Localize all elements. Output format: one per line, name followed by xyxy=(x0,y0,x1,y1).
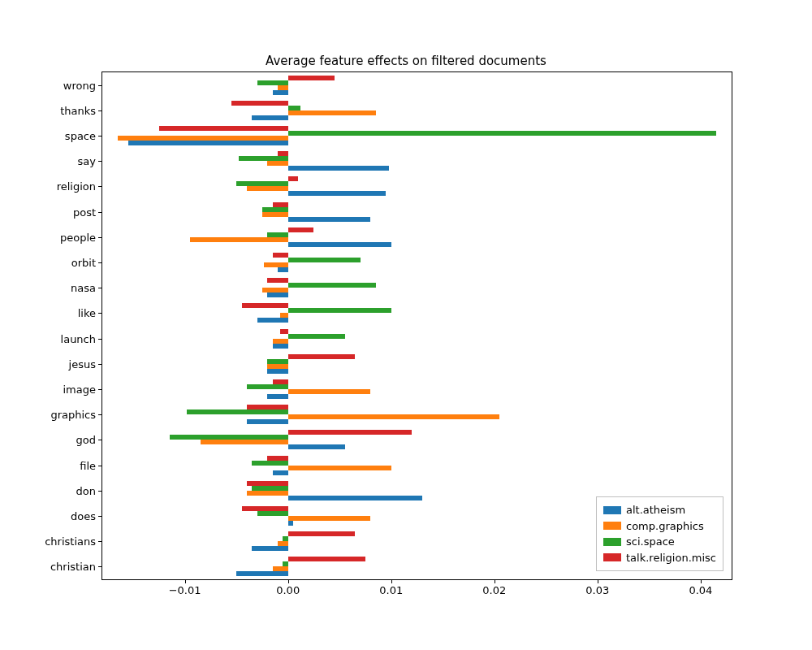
bar xyxy=(170,435,288,440)
bar xyxy=(257,511,288,516)
bar xyxy=(288,217,371,222)
bar xyxy=(262,288,288,292)
ytick-mark xyxy=(98,440,102,440)
bar xyxy=(267,278,287,283)
bar xyxy=(288,283,376,288)
ytick-label: thanks xyxy=(60,104,102,116)
bar xyxy=(273,566,288,571)
xtick-label: 0.02 xyxy=(482,579,506,596)
ytick-mark xyxy=(98,186,102,187)
bar xyxy=(288,110,376,115)
ytick-mark xyxy=(98,313,102,314)
bar xyxy=(267,456,287,461)
bar xyxy=(288,430,412,435)
bar xyxy=(273,379,288,384)
bar xyxy=(288,176,299,181)
bar xyxy=(288,166,390,171)
bar xyxy=(247,419,288,424)
ytick-label: jesus xyxy=(69,358,102,370)
bar xyxy=(273,90,288,95)
legend: alt.atheismcomp.graphicssci.spacetalk.re… xyxy=(596,496,723,571)
legend-label: talk.religion.misc xyxy=(626,550,716,566)
legend-label: sci.space xyxy=(626,534,675,550)
legend-item: talk.religion.misc xyxy=(603,550,716,566)
bar xyxy=(288,389,371,394)
ytick-mark xyxy=(98,566,102,567)
bar xyxy=(252,461,287,466)
bar xyxy=(288,258,361,262)
bar xyxy=(283,536,287,541)
bar xyxy=(278,541,288,546)
chart-title: Average feature effects on filtered docu… xyxy=(0,54,812,68)
bar xyxy=(288,191,387,196)
ytick-mark xyxy=(98,161,102,162)
ytick-label: christians xyxy=(45,535,102,548)
ytick-label: wrong xyxy=(63,79,102,91)
xtick-label: 0.01 xyxy=(379,579,403,596)
bar xyxy=(288,496,422,500)
bar xyxy=(288,308,391,313)
ytick-mark xyxy=(98,364,102,365)
bar xyxy=(288,76,335,80)
legend-swatch xyxy=(603,538,621,546)
ytick-mark xyxy=(98,237,102,238)
ytick-mark xyxy=(98,516,102,517)
legend-label: comp.graphics xyxy=(626,518,704,535)
bar xyxy=(278,267,288,272)
bar xyxy=(264,262,287,267)
bar xyxy=(288,557,365,561)
bar xyxy=(278,151,288,156)
bar xyxy=(273,202,288,207)
ytick-mark xyxy=(98,541,102,542)
bar xyxy=(247,186,288,191)
ytick-mark xyxy=(98,466,102,466)
bar xyxy=(288,414,499,419)
bar xyxy=(273,253,288,258)
bar xyxy=(187,410,288,414)
xtick-label: −0.01 xyxy=(169,579,201,596)
ytick-mark xyxy=(98,85,102,86)
bar xyxy=(231,101,288,106)
ytick-mark xyxy=(98,414,102,415)
bar xyxy=(280,329,288,334)
bar xyxy=(190,237,288,242)
bar xyxy=(267,364,287,369)
ytick-label: graphics xyxy=(50,409,102,421)
xtick-label: 0.03 xyxy=(585,579,609,596)
bar xyxy=(236,181,288,186)
bar xyxy=(273,339,288,344)
bar xyxy=(288,466,391,470)
ytick-mark xyxy=(98,110,102,111)
bar xyxy=(288,242,391,247)
bar xyxy=(273,470,288,475)
bar xyxy=(247,405,288,410)
ytick-label: religion xyxy=(57,180,102,193)
legend-swatch xyxy=(603,506,621,514)
bar xyxy=(257,318,288,323)
bar xyxy=(273,344,288,349)
ytick-label: people xyxy=(60,231,102,243)
bar xyxy=(257,80,288,85)
bar xyxy=(252,486,287,491)
bar xyxy=(288,131,716,136)
bar xyxy=(201,440,288,444)
ytick-mark xyxy=(98,339,102,340)
bar xyxy=(267,161,287,166)
bar xyxy=(288,334,345,339)
ytick-mark xyxy=(98,262,102,263)
bar xyxy=(280,313,288,318)
bar xyxy=(247,481,288,486)
bar xyxy=(288,444,345,449)
ytick-label: christian xyxy=(50,561,102,573)
bar xyxy=(267,232,287,237)
ytick-mark xyxy=(98,491,102,492)
chart-figure: Average feature effects on filtered docu… xyxy=(0,0,812,650)
bar xyxy=(242,303,288,308)
ytick-label: space xyxy=(65,130,102,142)
bar xyxy=(239,156,288,161)
bar xyxy=(118,136,288,141)
bar xyxy=(267,394,287,399)
bar xyxy=(267,369,287,374)
bar xyxy=(262,207,288,212)
legend-item: alt.atheism xyxy=(603,502,716,518)
